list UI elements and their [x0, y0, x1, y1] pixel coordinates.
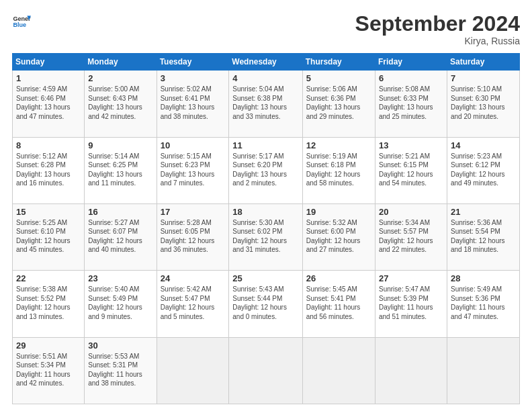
logo-icon: General Blue — [12, 12, 31, 31]
table-row: 1Sunrise: 4:59 AM Sunset: 6:46 PM Daylig… — [13, 71, 85, 137]
table-row: 27Sunrise: 5:47 AM Sunset: 5:39 PM Dayli… — [375, 271, 447, 337]
table-row: 12Sunrise: 5:19 AM Sunset: 6:18 PM Dayli… — [302, 137, 375, 203]
calendar-week-3: 15Sunrise: 5:25 AM Sunset: 6:10 PM Dayli… — [13, 203, 520, 270]
day-number: 24 — [161, 273, 226, 283]
day-number: 22 — [16, 273, 81, 283]
day-info: Sunrise: 5:36 AM Sunset: 5:54 PM Dayligh… — [451, 218, 516, 255]
calendar-header-row: Sunday Monday Tuesday Wednesday Thursday… — [13, 54, 520, 71]
day-info: Sunrise: 5:30 AM Sunset: 6:02 PM Dayligh… — [232, 218, 298, 255]
table-row: 4Sunrise: 5:04 AM Sunset: 6:38 PM Daylig… — [229, 71, 302, 137]
day-info: Sunrise: 5:08 AM Sunset: 6:33 PM Dayligh… — [379, 85, 443, 121]
day-number: 21 — [451, 207, 516, 217]
table-row: 9Sunrise: 5:14 AM Sunset: 6:25 PM Daylig… — [85, 137, 157, 203]
day-number: 12 — [306, 140, 371, 150]
table-row: 21Sunrise: 5:36 AM Sunset: 5:54 PM Dayli… — [447, 203, 519, 270]
day-number: 7 — [451, 73, 516, 83]
day-info: Sunrise: 5:45 AM Sunset: 5:41 PM Dayligh… — [306, 285, 371, 321]
day-number: 25 — [232, 273, 298, 283]
day-number: 23 — [88, 273, 152, 283]
table-row: 11Sunrise: 5:17 AM Sunset: 6:20 PM Dayli… — [229, 137, 302, 203]
table-row: 3Sunrise: 5:02 AM Sunset: 6:41 PM Daylig… — [157, 71, 229, 137]
calendar: Sunday Monday Tuesday Wednesday Thursday… — [12, 53, 520, 404]
day-number: 14 — [451, 140, 516, 150]
day-info: Sunrise: 5:19 AM Sunset: 6:18 PM Dayligh… — [306, 152, 371, 188]
day-info: Sunrise: 5:42 AM Sunset: 5:47 PM Dayligh… — [161, 285, 226, 321]
day-info: Sunrise: 5:15 AM Sunset: 6:23 PM Dayligh… — [161, 152, 226, 188]
day-number: 4 — [232, 73, 298, 83]
table-row: 17Sunrise: 5:28 AM Sunset: 6:05 PM Dayli… — [157, 203, 229, 270]
day-info: Sunrise: 5:53 AM Sunset: 5:31 PM Dayligh… — [88, 352, 152, 388]
day-info: Sunrise: 5:10 AM Sunset: 6:30 PM Dayligh… — [451, 85, 516, 121]
day-info: Sunrise: 5:00 AM Sunset: 6:43 PM Dayligh… — [88, 85, 152, 121]
table-row: 23Sunrise: 5:40 AM Sunset: 5:49 PM Dayli… — [85, 271, 157, 337]
day-number: 27 — [379, 273, 443, 283]
table-row — [447, 337, 519, 404]
day-info: Sunrise: 5:47 AM Sunset: 5:39 PM Dayligh… — [379, 285, 443, 321]
day-info: Sunrise: 5:34 AM Sunset: 5:57 PM Dayligh… — [379, 218, 443, 255]
table-row: 16Sunrise: 5:27 AM Sunset: 6:07 PM Dayli… — [85, 203, 157, 270]
table-row: 29Sunrise: 5:51 AM Sunset: 5:34 PM Dayli… — [13, 337, 85, 404]
calendar-week-5: 29Sunrise: 5:51 AM Sunset: 5:34 PM Dayli… — [13, 337, 520, 404]
table-row: 6Sunrise: 5:08 AM Sunset: 6:33 PM Daylig… — [375, 71, 447, 137]
col-sunday: Sunday — [13, 54, 85, 71]
col-wednesday: Wednesday — [229, 54, 302, 71]
table-row: 26Sunrise: 5:45 AM Sunset: 5:41 PM Dayli… — [302, 271, 375, 337]
day-info: Sunrise: 5:06 AM Sunset: 6:36 PM Dayligh… — [306, 85, 371, 121]
day-number: 13 — [379, 140, 443, 150]
day-number: 2 — [88, 73, 152, 83]
table-row: 18Sunrise: 5:30 AM Sunset: 6:02 PM Dayli… — [229, 203, 302, 270]
day-number: 16 — [88, 207, 152, 217]
col-tuesday: Tuesday — [157, 54, 229, 71]
day-info: Sunrise: 5:28 AM Sunset: 6:05 PM Dayligh… — [161, 218, 226, 255]
day-number: 17 — [161, 207, 226, 217]
day-info: Sunrise: 5:21 AM Sunset: 6:15 PM Dayligh… — [379, 152, 443, 188]
day-info: Sunrise: 5:17 AM Sunset: 6:20 PM Dayligh… — [232, 152, 298, 188]
page: General Blue September 2024 Kirya, Russi… — [0, 0, 532, 411]
day-info: Sunrise: 5:49 AM Sunset: 5:36 PM Dayligh… — [451, 285, 516, 321]
table-row: 19Sunrise: 5:32 AM Sunset: 6:00 PM Dayli… — [302, 203, 375, 270]
day-info: Sunrise: 5:51 AM Sunset: 5:34 PM Dayligh… — [16, 352, 81, 388]
table-row: 28Sunrise: 5:49 AM Sunset: 5:36 PM Dayli… — [447, 271, 519, 337]
table-row — [375, 337, 447, 404]
calendar-week-4: 22Sunrise: 5:38 AM Sunset: 5:52 PM Dayli… — [13, 271, 520, 337]
title-block: September 2024 Kirya, Russia — [355, 12, 520, 46]
day-info: Sunrise: 5:27 AM Sunset: 6:07 PM Dayligh… — [88, 218, 152, 255]
day-number: 8 — [16, 140, 81, 150]
table-row: 15Sunrise: 5:25 AM Sunset: 6:10 PM Dayli… — [13, 203, 85, 270]
svg-text:Blue: Blue — [13, 21, 26, 28]
table-row: 5Sunrise: 5:06 AM Sunset: 6:36 PM Daylig… — [302, 71, 375, 137]
day-info: Sunrise: 5:38 AM Sunset: 5:52 PM Dayligh… — [16, 285, 81, 321]
day-number: 28 — [451, 273, 516, 283]
table-row: 20Sunrise: 5:34 AM Sunset: 5:57 PM Dayli… — [375, 203, 447, 270]
col-monday: Monday — [85, 54, 157, 71]
table-row: 30Sunrise: 5:53 AM Sunset: 5:31 PM Dayli… — [85, 337, 157, 404]
table-row: 13Sunrise: 5:21 AM Sunset: 6:15 PM Dayli… — [375, 137, 447, 203]
day-number: 6 — [379, 73, 443, 83]
day-info: Sunrise: 5:14 AM Sunset: 6:25 PM Dayligh… — [88, 152, 152, 188]
day-number: 18 — [232, 207, 298, 217]
location: Kirya, Russia — [355, 36, 520, 46]
table-row: 25Sunrise: 5:43 AM Sunset: 5:44 PM Dayli… — [229, 271, 302, 337]
calendar-week-2: 8Sunrise: 5:12 AM Sunset: 6:28 PM Daylig… — [13, 137, 520, 203]
table-row: 22Sunrise: 5:38 AM Sunset: 5:52 PM Dayli… — [13, 271, 85, 337]
calendar-week-1: 1Sunrise: 4:59 AM Sunset: 6:46 PM Daylig… — [13, 71, 520, 137]
day-info: Sunrise: 5:43 AM Sunset: 5:44 PM Dayligh… — [232, 285, 298, 321]
table-row: 10Sunrise: 5:15 AM Sunset: 6:23 PM Dayli… — [157, 137, 229, 203]
month-title: September 2024 — [355, 12, 520, 36]
day-number: 19 — [306, 207, 371, 217]
table-row: 8Sunrise: 5:12 AM Sunset: 6:28 PM Daylig… — [13, 137, 85, 203]
table-row — [229, 337, 302, 404]
day-number: 1 — [16, 73, 81, 83]
day-info: Sunrise: 5:25 AM Sunset: 6:10 PM Dayligh… — [16, 218, 81, 255]
table-row: 7Sunrise: 5:10 AM Sunset: 6:30 PM Daylig… — [447, 71, 519, 137]
day-info: Sunrise: 5:04 AM Sunset: 6:38 PM Dayligh… — [232, 85, 298, 121]
day-number: 26 — [306, 273, 371, 283]
day-info: Sunrise: 5:40 AM Sunset: 5:49 PM Dayligh… — [88, 285, 152, 321]
day-number: 30 — [88, 340, 152, 351]
day-number: 11 — [232, 140, 298, 150]
day-number: 9 — [88, 140, 152, 150]
day-number: 3 — [161, 73, 226, 83]
day-number: 29 — [16, 340, 81, 351]
header: General Blue September 2024 Kirya, Russi… — [12, 12, 520, 46]
day-info: Sunrise: 5:23 AM Sunset: 6:12 PM Dayligh… — [451, 152, 516, 188]
